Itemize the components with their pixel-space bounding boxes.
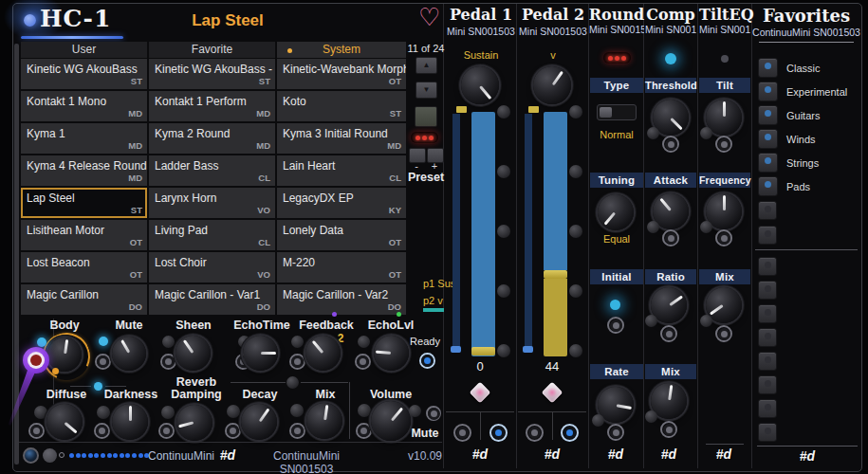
preset-cell[interactable]: Lonely DataOT	[277, 220, 406, 250]
diffuse-knob[interactable]	[46, 404, 83, 440]
pedal2-detent-column[interactable]	[569, 105, 582, 357]
ready-jack[interactable]	[419, 353, 435, 369]
dot-knob[interactable]	[569, 225, 582, 238]
preset-cell[interactable]: Lisithean MotorOT	[21, 220, 147, 250]
mute-led[interactable]	[99, 337, 108, 346]
decay-knob[interactable]	[241, 404, 277, 440]
tilteq-mix-button[interactable]	[700, 315, 712, 327]
dot-knob[interactable]	[569, 165, 582, 178]
preset-cell[interactable]: Kyma 4 Release RoundMD	[21, 155, 147, 186]
pedal1-knob[interactable]	[461, 66, 499, 104]
dot-knob[interactable]	[569, 344, 582, 357]
preset-cell[interactable]: Kyma 2 RoundMD	[149, 123, 275, 154]
favorite-slot-icon[interactable]	[758, 58, 778, 78]
favorite-item-pads[interactable]: Pads	[758, 176, 810, 196]
preset-cell[interactable]: Living PadCL	[149, 220, 275, 250]
rate-button[interactable]	[592, 414, 604, 427]
darkness-button[interactable]	[97, 406, 110, 419]
pedal1-assign-label[interactable]: p1 Sus	[423, 278, 455, 289]
dot-knob[interactable]	[497, 344, 510, 357]
initial-jack[interactable]	[607, 317, 624, 334]
mute-jack[interactable]	[95, 354, 111, 370]
rate-jack[interactable]	[607, 424, 624, 441]
echo-bracket-knob[interactable]	[286, 376, 299, 389]
favorite-slot-icon[interactable]	[758, 82, 778, 101]
reverb-enable-led[interactable]	[94, 382, 102, 391]
favorite-empty-slot[interactable]	[758, 423, 777, 442]
ratio-jack[interactable]	[660, 325, 677, 342]
damping-knob[interactable]	[176, 405, 212, 441]
preset-cell[interactable]: LegacyDX EPKY	[277, 188, 406, 218]
frequency-button[interactable]	[700, 221, 712, 233]
pedal1-fader-track[interactable]	[471, 112, 495, 356]
favorite-item-experimental[interactable]: Experimental	[758, 82, 847, 101]
favorite-empty-slot[interactable]	[758, 399, 777, 418]
favorite-slot-icon[interactable]	[758, 129, 778, 149]
tilt-jack[interactable]	[715, 136, 732, 153]
dot-knob[interactable]	[497, 105, 510, 118]
favorite-item-winds[interactable]: Winds	[758, 129, 816, 149]
preset-cell[interactable]: Kinetic WG AkouBassST	[21, 59, 147, 89]
pedal2-fader-handle[interactable]	[544, 270, 567, 279]
device-sphere-icon[interactable]	[23, 447, 39, 464]
store-button[interactable]	[415, 106, 437, 127]
frequency-jack[interactable]	[715, 229, 732, 246]
pedal2-fader-track[interactable]	[544, 112, 567, 270]
echolvl-knob[interactable]	[374, 336, 409, 371]
pedal1-jack-gray[interactable]	[453, 424, 471, 442]
pedal2-assign-label[interactable]: p2 v	[423, 295, 443, 306]
pedal2-jack-blue[interactable]	[561, 424, 579, 442]
pedal2-param-label[interactable]: v	[518, 49, 588, 61]
round-type-slider[interactable]	[597, 104, 637, 120]
preset-cell[interactable]: Kinetic WG AkouBass - VST	[149, 59, 275, 89]
echotime-knob[interactable]	[243, 336, 278, 371]
sheen-knob[interactable]	[175, 336, 211, 371]
preset-cell[interactable]: Lost ChoirVO	[149, 252, 275, 283]
favorite-empty-slot[interactable]	[758, 201, 777, 220]
preset-up-button[interactable]: ▲	[416, 57, 437, 74]
preset-cell[interactable]: Ladder BassCL	[149, 155, 275, 186]
reverb-mix-button[interactable]	[290, 404, 304, 417]
dot-knob[interactable]	[497, 284, 510, 298]
favorite-item-classic[interactable]: Classic	[758, 58, 820, 78]
preset-cell-selected[interactable]: Lap SteelST	[21, 188, 147, 218]
echolvl-jack[interactable]	[355, 354, 371, 370]
preset-cell[interactable]: Larynx HornVO	[149, 188, 275, 218]
volume-knob[interactable]	[371, 401, 411, 441]
tab-system[interactable]: System	[277, 42, 406, 58]
dot-knob[interactable]	[569, 284, 582, 298]
heart-icon[interactable]: ♡	[418, 4, 440, 30]
tuning-knob[interactable]	[598, 194, 634, 230]
favorite-slot-icon[interactable]	[758, 176, 778, 196]
preset-cell[interactable]: Kinetic-Wavebank MorphOT	[277, 59, 406, 89]
body-knob[interactable]	[47, 337, 82, 372]
comp-mix-jack[interactable]	[660, 421, 677, 438]
darkness-jack[interactable]	[94, 423, 110, 439]
preset-cell[interactable]: Lain HeartCL	[277, 155, 406, 186]
tilteq-mix-jack[interactable]	[715, 325, 732, 342]
preset-cell[interactable]: Kyma 1MD	[21, 123, 147, 154]
preset-cell[interactable]: Magic Carillon - Var2DO	[277, 284, 406, 315]
pedal1-jack-blue[interactable]	[489, 424, 508, 442]
tab-user[interactable]: User	[21, 42, 147, 58]
favorite-empty-slot[interactable]	[758, 304, 777, 323]
volume-mute-button[interactable]	[409, 405, 421, 417]
favorite-empty-slot[interactable]	[758, 226, 777, 245]
pedal1-detent-column[interactable]	[497, 105, 510, 357]
threshold-button[interactable]	[647, 127, 659, 139]
favorite-item-strings[interactable]: Strings	[758, 153, 819, 173]
preset-cell[interactable]: Kyma 3 Initial RoundMD	[277, 123, 406, 154]
feedback-knob[interactable]	[305, 336, 341, 371]
favorite-empty-slot[interactable]	[758, 375, 777, 394]
feedback-button[interactable]	[291, 336, 304, 348]
favorite-slot-icon[interactable]	[758, 105, 778, 125]
dot-knob[interactable]	[497, 225, 510, 238]
dot-knob[interactable]	[569, 105, 582, 118]
tilt-button[interactable]	[700, 127, 712, 139]
favorite-empty-slot[interactable]	[758, 257, 777, 276]
favorite-empty-slot[interactable]	[758, 281, 777, 300]
power-led[interactable]	[24, 14, 36, 27]
darkness-knob[interactable]	[112, 404, 148, 440]
preset-down-button[interactable]: ▼	[416, 82, 437, 99]
pedal2-knob[interactable]	[533, 66, 571, 104]
